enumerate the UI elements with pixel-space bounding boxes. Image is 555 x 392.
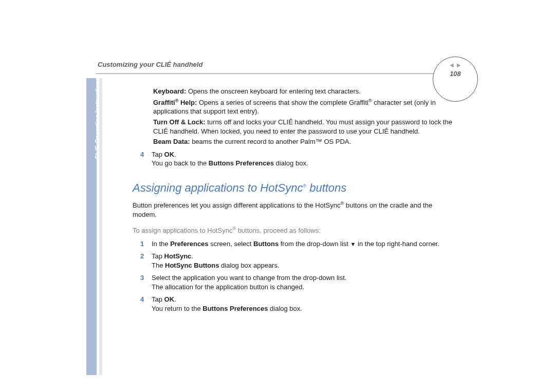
s4-l2-bold: Buttons Preferences [202,305,268,312]
section-intro: Button preferences let you assign differ… [133,200,456,219]
nav-arrows: ◀ ▶ [450,62,461,68]
s4-l1-bold: OK [164,295,175,303]
definition-keyboard: Keyboard: Opens the onscreen keyboard fo… [153,87,456,96]
step-body: Tap OK. You go back to the Buttons Prefe… [152,150,308,168]
chapter-title: Customizing your CLIÉ handheld [98,61,477,68]
page-number-circle: ◀ ▶ 108 [433,57,478,102]
page-container: Customizing your CLIÉ handheld ◀ ▶ 108 K… [86,61,477,313]
page-number: 108 [450,70,461,78]
proceed-post: buttons, proceed as follows: [236,227,321,234]
step-1: 1 In the Preferences screen, select Butt… [140,239,456,249]
step4a-l2-bold: Buttons Preferences [209,159,274,167]
s1-p0: In the [152,240,170,248]
text-keyboard: Opens the onscreen keyboard for entering… [186,87,361,95]
step-4a: 4 Tap OK. You go back to the Buttons Pre… [140,150,456,168]
header-rule [96,73,460,74]
registered-icon: ® [368,98,372,103]
step-number: 2 [140,252,146,270]
step-body: In the Preferences screen, select Button… [152,239,439,249]
text-graffiti1: Opens a series of screens that show the … [197,99,368,106]
s1-p4: from the drop-down list [279,240,350,248]
term-turnoff-lock: Turn Off & Lock: [153,118,206,126]
term-keyboard: Keyboard: [153,87,186,95]
nav-prev-icon[interactable]: ◀ [450,62,454,68]
step-3: 3 Select the application you want to cha… [140,273,456,291]
section-title-post: buttons [306,181,346,194]
step4a-post: . [174,151,176,158]
step-number: 4 [140,150,146,168]
proceed-pre: To assign applications to HotSync [133,227,232,234]
step4a-l2-post: dialog box. [274,159,308,167]
definition-turnoff-lock: Turn Off & Lock: turns off and locks you… [153,118,456,136]
step-body: Select the application you want to chang… [152,273,346,291]
text-beam: beams the current record to another Palm… [190,138,351,145]
s4-l1-pre: Tap [152,295,164,303]
s3-l1: Select the application you want to chang… [152,274,346,282]
step-body: Tap HotSync. The HotSync Buttons dialog … [152,252,280,270]
s1-p1: Preferences [170,240,208,248]
s3-l2: The allocation for the application butto… [152,283,304,291]
section-title: Assigning applications to HotSync® butto… [133,180,456,196]
content-body: Keyboard: Opens the onscreen keyboard fo… [153,87,456,313]
s4-l2-post: dialog box. [268,305,302,312]
s2-l2-post: dialog box appears. [219,262,279,269]
nav-next-icon[interactable]: ▶ [457,62,461,68]
step4a-l2-pre: You go back to the [152,159,209,167]
s1-p2: screen, select [209,240,253,248]
s2-l1-bold: HotSync [164,252,192,260]
s1-p6: in the top right-hand corner. [356,240,439,248]
term-graffiti-suffix: Help: [178,99,197,106]
term-graffiti-prefix: Graffiti [153,99,175,106]
step4a-bold: OK [164,151,175,158]
s2-l1-post: . [191,252,193,260]
intro-pre: Button preferences let you assign differ… [133,202,340,210]
s2-l2-bold: HotSync Buttons [165,262,219,269]
proceed-text: To assign applications to HotSync® butto… [133,226,456,235]
term-graffiti-help: Graffiti® Help: [153,99,197,106]
step-body: Tap OK. You return to the Buttons Prefer… [152,295,302,313]
step4a-pre: Tap [152,151,164,158]
definition-graffiti-help: Graffiti® Help: Opens a series of screen… [153,98,456,116]
step-2: 2 Tap HotSync. The HotSync Buttons dialo… [140,252,456,270]
step-number: 1 [140,239,146,249]
definition-beam-data: Beam Data: beams the current record to a… [153,137,456,146]
s4-l2-pre: You return to the [152,305,202,312]
s1-p3: Buttons [253,240,279,248]
s4-l1-post: . [174,295,176,303]
dropdown-icon: ▼ [350,241,356,247]
step-number: 3 [140,273,146,291]
s2-l1-pre: Tap [152,252,164,260]
step-4: 4 Tap OK. You return to the Buttons Pref… [140,295,456,313]
section-title-pre: Assigning applications to HotSync [133,181,303,194]
s2-l2-pre: The [152,262,165,269]
step-number: 4 [140,295,146,313]
term-beam-data: Beam Data: [153,138,190,145]
